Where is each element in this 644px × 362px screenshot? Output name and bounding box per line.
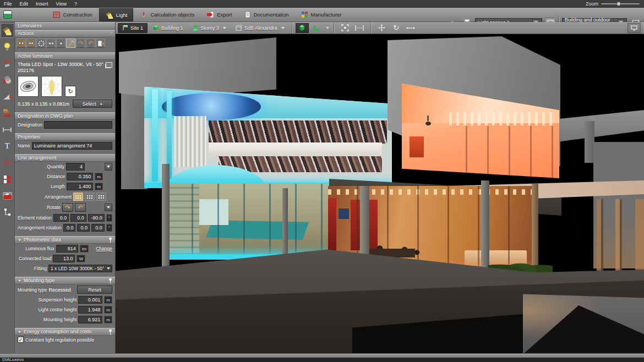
nav-storey[interactable]: Storey 3 [188, 23, 231, 33]
tool-lamp-icon[interactable] [1, 40, 14, 54]
collapse-chevron-icon[interactable]: ▼ [18, 279, 21, 283]
tool-hierarchy-icon[interactable] [1, 205, 14, 220]
action-rotate-cw-icon[interactable]: ↷ [76, 39, 85, 48]
select-luminaire-button[interactable]: Select ▸ [73, 100, 112, 108]
pin-icon[interactable] [108, 329, 112, 335]
zoom-slider-knob[interactable] [616, 2, 621, 6]
mounting-height-input[interactable]: 6.921 [78, 316, 102, 323]
arrangement-mode-dropdown[interactable] [105, 163, 112, 171]
pan-horizontal-icon[interactable] [404, 23, 417, 33]
nav-room-caret[interactable] [281, 27, 285, 29]
tool-move-luminaire-icon[interactable] [1, 56, 14, 71]
action-wand-icon[interactable] [66, 39, 75, 48]
mode-tabs: Construction Light Calculation objects E… [47, 8, 347, 22]
fitting-select[interactable]: 1 x LED 10W 3000K - 50° [48, 265, 112, 272]
tool-colour-icon[interactable] [1, 73, 14, 87]
tool-arrangement-pattern-icon[interactable] [1, 172, 14, 187]
save-icon[interactable] [3, 10, 12, 19]
arrangement-rotation-x[interactable]: 0.0 [63, 224, 76, 232]
photometric-curve-thumbnail[interactable] [41, 76, 62, 97]
render-far-right-warm-columns [597, 199, 644, 271]
connected-load-input[interactable]: 13.0 [53, 255, 75, 262]
rotate-cw-button[interactable]: ↷ [62, 203, 73, 212]
view-3d-icon[interactable] [296, 23, 309, 33]
action-export-luminaire-icon[interactable] [96, 39, 105, 48]
menu-file[interactable]: File [0, 1, 16, 7]
arrangement-option-2[interactable] [85, 193, 95, 201]
element-rotation-z[interactable]: -90.0 [88, 214, 105, 222]
view-plan-caret[interactable] [326, 27, 329, 29]
zoom-slider[interactable] [601, 3, 640, 4]
arrangement-option-1[interactable] [73, 193, 83, 201]
suspension-height-input[interactable]: 0.001 [78, 296, 102, 304]
quantity-input[interactable]: 4 [66, 163, 85, 171]
rotate-luminaire-icon[interactable]: ↻ [65, 86, 76, 97]
action-pair-icon[interactable] [26, 39, 36, 48]
luminaire-dimensions-row: 0.135 x 0.135 x 0.081m Select ▸ [15, 98, 115, 109]
tab-construction[interactable]: Construction [47, 8, 97, 21]
name-input[interactable]: Luminaire arrangement 74 [32, 142, 112, 150]
panel-title: Luminaires [15, 22, 115, 30]
collapse-chevron-icon[interactable]: ▼ [18, 330, 21, 334]
rotate-dropdown[interactable] [105, 204, 112, 211]
nav-room[interactable]: SdB Alexandra [231, 23, 288, 33]
tab-export[interactable]: Export [201, 8, 237, 21]
rotate-ccw-button[interactable]: ↶ [75, 203, 86, 212]
tab-light[interactable]: Light [99, 8, 134, 21]
menu-view[interactable]: View [52, 1, 70, 7]
element-rotation-x[interactable]: 0.0 [53, 214, 69, 222]
length-input[interactable]: 1.400 [67, 183, 93, 190]
designation-input[interactable] [44, 121, 112, 129]
action-single-dot-icon[interactable] [56, 39, 66, 48]
tab-manufacturer[interactable]: Manufacturer [296, 8, 347, 21]
menu-help[interactable]: ? [70, 1, 81, 7]
display-output-icon[interactable] [627, 23, 641, 33]
render-3d-view[interactable] [116, 34, 644, 353]
element-rotation-y[interactable]: 0.0 [70, 214, 86, 222]
mounting-header[interactable]: ▼ Mounting type [15, 277, 115, 284]
tab-calculation-objects[interactable]: Calculation objects [134, 8, 200, 21]
orbit-rotate-icon[interactable]: ↻ [390, 23, 403, 33]
tool-text-icon[interactable]: T [1, 139, 14, 153]
nav-site[interactable]: Site 1 [118, 23, 148, 33]
nav-building[interactable]: Building 1 [149, 23, 187, 33]
nav-storey-caret[interactable] [223, 27, 226, 29]
luminaire-photo-thumbnail[interactable] [18, 76, 39, 97]
constant-light-checkbox[interactable]: ✓ [18, 337, 24, 343]
zoom-fit-icon[interactable] [339, 23, 352, 33]
pin-icon[interactable] [108, 278, 112, 284]
measure-icon[interactable] [353, 23, 366, 33]
arrangement-option-3[interactable] [96, 193, 106, 201]
documentation-icon [244, 11, 251, 18]
pin-icon[interactable] [108, 237, 112, 243]
tool-measure-icon[interactable] [1, 122, 14, 137]
arrangement-rotation-y[interactable]: 0.0 [77, 224, 90, 232]
distance-input[interactable]: 0.350 [67, 173, 93, 180]
photometric-header[interactable]: ▼ Photometric data [15, 236, 115, 244]
tool-light-distribution-icon[interactable] [1, 89, 14, 104]
copy-luminaire-icon[interactable] [106, 62, 112, 68]
menu-edit[interactable]: Edit [16, 1, 32, 7]
tool-polyline-icon[interactable] [1, 155, 14, 170]
action-two-dots-icon[interactable] [46, 39, 56, 48]
menu-insert[interactable]: Insert [32, 1, 52, 7]
tool-luminaires-icon[interactable] [1, 23, 14, 38]
view-plan-icon[interactable] [310, 23, 323, 33]
action-pair-wide-icon[interactable] [17, 39, 26, 48]
collapse-chevron-icon[interactable]: ▼ [18, 238, 21, 242]
reset-button[interactable]: Reset [77, 286, 112, 294]
change-link[interactable]: Change [96, 246, 112, 251]
help-icon[interactable]: ? [110, 31, 112, 36]
tool-energy-label-icon[interactable] [1, 106, 14, 120]
pan-move-icon[interactable] [375, 23, 389, 33]
luminous-flux-input[interactable]: 814 [56, 245, 78, 253]
action-circle-icon[interactable] [36, 39, 46, 48]
luminous-flux-unit: lm [80, 245, 89, 253]
energy-header[interactable]: ▼ Energy consumption and costs [15, 328, 115, 336]
tab-documentation[interactable]: Documentation [239, 8, 294, 21]
action-rotate-ccw-icon[interactable]: ↶ [86, 39, 95, 48]
arrangement-rotation-z[interactable]: 0.0 [91, 224, 105, 232]
tool-scene-icon[interactable] [1, 188, 14, 203]
light-centre-height-input[interactable]: 1.948 [78, 306, 102, 314]
quantity-label: Quantity [18, 164, 64, 169]
